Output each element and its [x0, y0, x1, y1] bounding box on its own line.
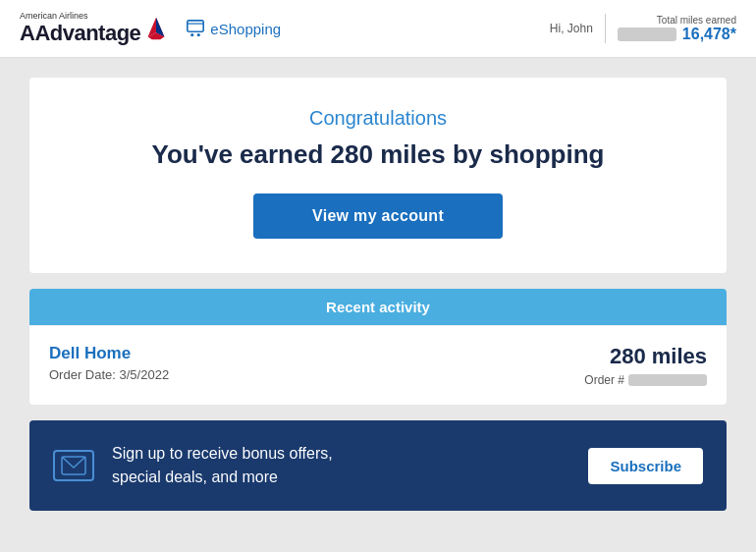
- eshopping-text: eShopping: [210, 21, 281, 37]
- header: American Airlines AAdvantage eShopping H…: [0, 0, 756, 58]
- svg-point-5: [190, 33, 193, 36]
- envelope-icon: [53, 450, 94, 481]
- view-account-button[interactable]: View my account: [253, 193, 503, 239]
- subscribe-text-line2: special deals, and more: [112, 469, 278, 485]
- subscribe-text-line1: Sign up to receive bonus offers,: [112, 445, 333, 462]
- svg-rect-3: [188, 21, 203, 31]
- order-number-placeholder: [628, 374, 707, 386]
- table-row: Dell Home Order Date: 3/5/2022 280 miles…: [29, 325, 727, 405]
- envelope-svg: [61, 456, 86, 475]
- miles-placeholder-bar: [618, 28, 676, 41]
- recent-activity-header: Recent activity: [29, 289, 727, 325]
- congrats-title: Congratulations: [69, 107, 687, 130]
- cart-icon: [186, 20, 205, 37]
- eagle-icon: [142, 15, 170, 42]
- logo-text: American Airlines AAdvantage: [20, 12, 140, 45]
- header-divider: [605, 14, 606, 43]
- activity-merchant[interactable]: Dell Home: [49, 344, 169, 363]
- subscribe-left: Sign up to receive bonus offers, special…: [53, 442, 333, 489]
- order-label: Order #: [584, 373, 624, 387]
- subscribe-text: Sign up to receive bonus offers, special…: [112, 442, 333, 489]
- header-right: Hi, John Total miles earned 16,478*: [550, 14, 736, 43]
- miles-info: Total miles earned 16,478*: [618, 15, 736, 43]
- aadvantage-text: AAdvantage: [20, 22, 140, 45]
- subscribe-button[interactable]: Subscribe: [588, 448, 703, 484]
- activity-right: 280 miles Order #: [584, 344, 707, 387]
- activity-order: Order #: [584, 373, 707, 387]
- header-left: American Airlines AAdvantage eShopping: [20, 12, 281, 45]
- activity-date: Order Date: 3/5/2022: [49, 367, 169, 382]
- activity-miles: 280 miles: [584, 344, 707, 369]
- congrats-subtitle: You've earned 280 miles by shopping: [69, 139, 687, 170]
- activity-left: Dell Home Order Date: 3/5/2022: [49, 344, 169, 382]
- subscribe-section: Sign up to receive bonus offers, special…: [29, 420, 727, 511]
- congrats-card: Congratulations You've earned 280 miles …: [29, 78, 727, 273]
- recent-activity-section: Recent activity Dell Home Order Date: 3/…: [29, 289, 727, 405]
- miles-label: Total miles earned: [657, 15, 736, 26]
- eshopping-link[interactable]: eShopping: [186, 20, 281, 37]
- miles-value: 16,478*: [682, 26, 736, 43]
- aadvantage-logo: American Airlines AAdvantage: [20, 12, 170, 45]
- svg-point-6: [197, 33, 200, 36]
- user-greeting: Hi, John: [550, 22, 593, 35]
- main-content: Congratulations You've earned 280 miles …: [0, 58, 756, 530]
